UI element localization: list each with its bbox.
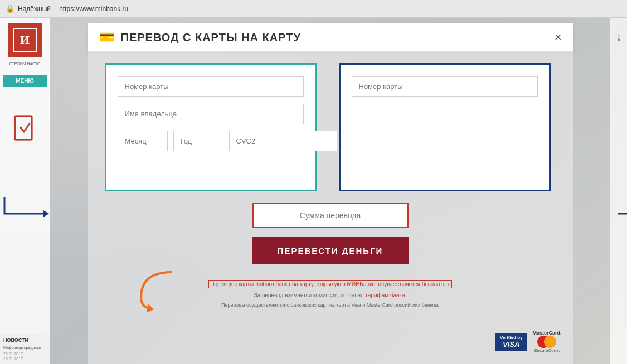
visa-label: VISA [503, 340, 519, 348]
amount-input[interactable] [252, 203, 409, 228]
tariff-link[interactable]: тарифам банка. [365, 292, 406, 298]
dest-card-number-input[interactable] [352, 76, 538, 97]
transfer-row: ПЕРЕВЕСТИ ДЕНЬГИ [105, 203, 556, 264]
transfers-note: Переводы осуществляются с банковских кар… [221, 302, 439, 308]
cards-row [105, 63, 556, 191]
card-icon: 💳 [99, 30, 114, 45]
modal-body: ПЕРЕВЕСТИ ДЕНЬГИ [88, 52, 573, 364]
document-icon [11, 115, 39, 143]
highlight-content: Перевод с карты любого банка на карту, о… [210, 281, 450, 287]
menu-button[interactable]: МЕНЮ [3, 75, 47, 87]
verified-by-text: Verified by [500, 335, 522, 340]
highlight-text: Перевод с карты любого банка на карту, о… [163, 280, 498, 289]
news-text: Информир предоста [3, 345, 47, 351]
mastercard-label: MasterCard. [532, 330, 561, 336]
left-arrow-decoration [0, 191, 60, 227]
news-sidebar: НОВОСТИ Информир предоста 23.01.2017 13.… [0, 334, 50, 364]
modal-title: ПЕРЕВОД С КАРТЫ НА КАРТУ [121, 31, 301, 44]
right-arrow-decoration [601, 186, 628, 222]
browser-bar: 🔒 Надёжный | https://www.minbank.ru [0, 0, 627, 18]
dest-card [339, 63, 551, 191]
right-label: НА [616, 35, 621, 42]
mc-circle-orange [544, 336, 556, 348]
svg-rect-0 [15, 116, 32, 140]
source-card-month-input[interactable] [118, 131, 168, 151]
close-button[interactable]: × [555, 31, 562, 43]
submit-button[interactable]: ПЕРЕВЕСТИ ДЕНЬГИ [252, 237, 409, 264]
commission-text: За перевод взимается комиссия, согласно … [163, 291, 498, 300]
amount-input-wrap [252, 203, 409, 228]
separator: | [54, 5, 56, 13]
commission-label: За перевод взимается комиссия, согласно [254, 292, 364, 298]
left-sidebar: И СТРОИМ НАСТО МЕНЮ НОВОСТИ Информир пре… [0, 18, 50, 364]
news-title: НОВОСТИ [3, 337, 47, 343]
page-background: И СТРОИМ НАСТО МЕНЮ НОВОСТИ Информир пре… [0, 18, 627, 364]
logo-letter: И [20, 33, 30, 47]
source-card-expiry-row [118, 131, 304, 151]
svg-marker-3 [147, 304, 154, 313]
secure-label: Надёжный [18, 5, 51, 13]
mastercard-secure-badge: MasterCard. SecureCode. [532, 330, 561, 353]
securecode-label: SecureCode. [534, 348, 560, 353]
logo-box: И [8, 23, 42, 57]
news-date1: 23.01.2017 [3, 352, 47, 356]
source-card [105, 63, 317, 191]
source-card-cvc-input[interactable] [229, 131, 337, 151]
modal-overlay: 💳 ПЕРЕВОД С КАРТЫ НА КАРТУ × [50, 18, 610, 364]
orange-arrow-decoration [133, 269, 177, 308]
payment-logos: Verified by VISA MasterCard. SecureCode. [495, 330, 562, 353]
svg-marker-1 [43, 210, 49, 217]
url-bar[interactable]: https://www.minbank.ru [59, 5, 128, 13]
action-area: ПЕРЕВЕСТИ ДЕНЬГИ [252, 203, 409, 264]
highlight-link[interactable]: Перевод с карты любого банка на карту, о… [208, 280, 452, 288]
modal-header: 💳 ПЕРЕВОД С КАРТЫ НА КАРТУ × [88, 23, 573, 52]
visa-secure-badge: Verified by VISA [495, 333, 527, 351]
mastercard-logo [537, 336, 556, 348]
source-card-year-input[interactable] [173, 131, 223, 151]
logo-inner: И [13, 28, 37, 52]
source-card-number-input[interactable] [118, 76, 304, 97]
news-date2: 13.01.2017 [3, 357, 47, 361]
logo-text: СТРОИМ НАСТО [9, 61, 41, 66]
modal-title-group: 💳 ПЕРЕВОД С КАРТЫ НА КАРТУ [99, 30, 301, 45]
source-card-owner-input[interactable] [118, 104, 304, 124]
bottom-info: Перевод с карты любого банка на карту, о… [163, 280, 498, 300]
lock-icon: 🔒 [6, 4, 14, 13]
